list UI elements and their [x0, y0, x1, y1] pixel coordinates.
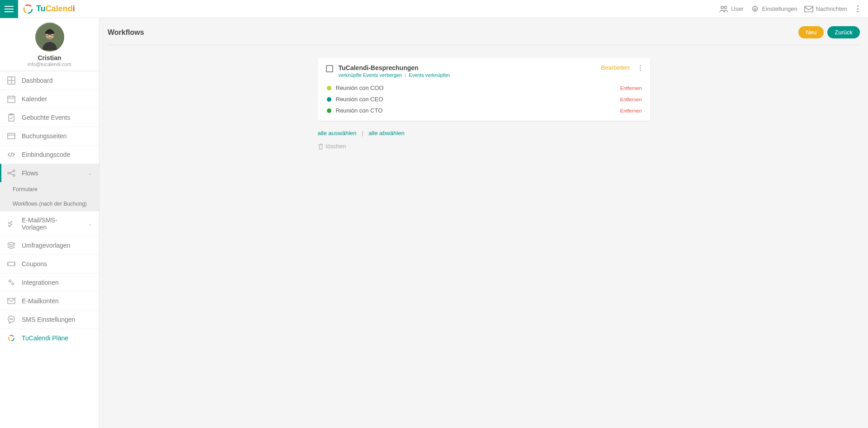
sidebar-item-flows[interactable]: Flows ⌄ [0, 164, 99, 182]
sidebar-item-calendar[interactable]: Kalender [0, 89, 99, 108]
workflow-title: TuCalendi-Besprechungen [339, 64, 596, 71]
topbar: TuCalendi User Einstellungen Nachrichten [0, 0, 868, 18]
avatar[interactable] [35, 23, 64, 52]
grid-icon [7, 76, 15, 85]
sidebar-item-dashboard[interactable]: Dashboard [0, 71, 99, 89]
event-row: Reunión con COO Entfernen [326, 82, 642, 94]
sidebar-item-embed-code[interactable]: Einbindungscode [0, 145, 99, 164]
topbar-user-label: User [731, 5, 743, 12]
page-title: Workflows [108, 28, 144, 37]
workflow-card: TuCalendi-Besprechungen verknüpfte Event… [318, 58, 650, 121]
ticket-icon [7, 260, 15, 268]
new-button[interactable]: Neu [798, 26, 824, 38]
event-name: Reunión con CTO [336, 107, 620, 114]
topbar-messages-label: Nachrichten [816, 5, 847, 12]
window-icon [7, 132, 15, 140]
svg-point-5 [754, 8, 756, 10]
event-row: Reunión con CTO Entfernen [326, 105, 642, 116]
svg-point-3 [721, 6, 723, 8]
svg-rect-6 [804, 6, 812, 12]
event-color-dot [327, 108, 331, 113]
svg-point-34 [11, 319, 12, 320]
batch-actions: alle auswählen | alle abwählen [318, 130, 650, 136]
gears-icon [7, 278, 15, 287]
select-all-link[interactable]: alle auswählen [318, 130, 357, 136]
edit-link[interactable]: Bearbeiten [601, 64, 630, 71]
gear-icon [750, 5, 760, 13]
svg-point-4 [724, 6, 726, 8]
svg-rect-21 [8, 133, 15, 139]
logo-text: TuCalendi [36, 4, 75, 14]
stack-icon [7, 241, 15, 249]
topbar-more-menu[interactable] [854, 4, 862, 14]
sidebar-item-booking-pages[interactable]: Buchungsseiten [0, 127, 99, 145]
profile-email: info@tucalendi.com [0, 61, 99, 67]
workflow-checkbox[interactable] [326, 65, 333, 72]
code-icon [7, 151, 15, 159]
calendar-icon [7, 95, 15, 103]
logo-icon [23, 4, 33, 14]
chevron-down-icon: ⌄ [88, 171, 92, 176]
event-color-dot [327, 86, 331, 90]
svg-point-23 [8, 172, 9, 174]
logo[interactable]: TuCalendi [18, 4, 75, 14]
logo-icon [7, 334, 15, 342]
svg-rect-15 [8, 96, 15, 103]
clipboard-icon [7, 113, 15, 122]
topbar-user[interactable]: User [719, 5, 743, 13]
sidebar-item-mailaccounts[interactable]: E-Mailkonten [0, 292, 99, 310]
checks-icon [7, 220, 15, 228]
users-icon [719, 5, 729, 13]
sidebar-item-sms[interactable]: SMS Einstellungen [0, 310, 99, 329]
mail-icon [804, 5, 814, 13]
chevron-down-icon: ⌄ [88, 221, 92, 226]
profile-name: Cristian [0, 54, 99, 61]
topbar-settings-label: Einstellungen [762, 5, 797, 12]
trash-icon [318, 143, 324, 150]
sidebar-item-booked-events[interactable]: Gebuchte Events [0, 108, 99, 127]
back-button[interactable]: Zurück [827, 26, 860, 38]
remove-link[interactable]: Entfernen [620, 97, 642, 102]
sidebar-subitem-workflows[interactable]: Workflows (nach der Buchung) [0, 197, 99, 211]
remove-link[interactable]: Entfernen [620, 108, 642, 113]
sidebar-subitem-forms[interactable]: Formulare [0, 182, 99, 197]
svg-rect-26 [8, 262, 15, 266]
topbar-messages[interactable]: Nachrichten [804, 5, 847, 13]
link-events-link[interactable]: Events verknüpfen [409, 72, 450, 78]
delete-row[interactable]: löschen [318, 143, 650, 150]
hide-linked-events-link[interactable]: verknüpfte Events verbergen [339, 72, 402, 78]
hamburger-menu[interactable] [0, 0, 18, 18]
card-more-menu[interactable] [639, 64, 642, 72]
svg-point-25 [13, 174, 15, 176]
sidebar-item-integrations[interactable]: Integrationen [0, 273, 99, 292]
sidebar: Cristian info@tucalendi.com Dashboard Ka… [0, 18, 99, 428]
sidebar-item-plans[interactable]: TuCalendi Pläne [0, 329, 99, 347]
svg-point-33 [9, 319, 10, 320]
flow-icon [7, 169, 15, 177]
svg-point-30 [12, 283, 14, 285]
sidebar-item-templates[interactable]: E-Mail/SMS-Vorlagen ⌄ [0, 211, 99, 236]
content: Workflows Neu Zurück TuCalendi-Besprechu… [99, 18, 868, 428]
remove-link[interactable]: Entfernen [620, 85, 642, 91]
svg-point-35 [12, 319, 13, 320]
svg-point-28 [14, 263, 16, 265]
svg-rect-31 [8, 298, 15, 304]
event-row: Reunión con CEO Entfernen [326, 94, 642, 105]
sidebar-item-surveys[interactable]: Umfragevorlagen [0, 236, 99, 254]
mail-icon [7, 297, 15, 305]
svg-point-24 [13, 170, 15, 172]
topbar-settings[interactable]: Einstellungen [750, 5, 797, 13]
sidebar-item-coupons[interactable]: Coupons [0, 254, 99, 273]
event-color-dot [327, 97, 331, 102]
profile-block: Cristian info@tucalendi.com [0, 18, 99, 71]
svg-point-27 [7, 263, 9, 265]
deselect-all-link[interactable]: alle abwählen [368, 130, 405, 136]
sms-icon [7, 315, 15, 324]
event-name: Reunión con CEO [336, 96, 620, 103]
svg-point-29 [9, 280, 11, 282]
event-name: Reunión con COO [336, 85, 620, 91]
